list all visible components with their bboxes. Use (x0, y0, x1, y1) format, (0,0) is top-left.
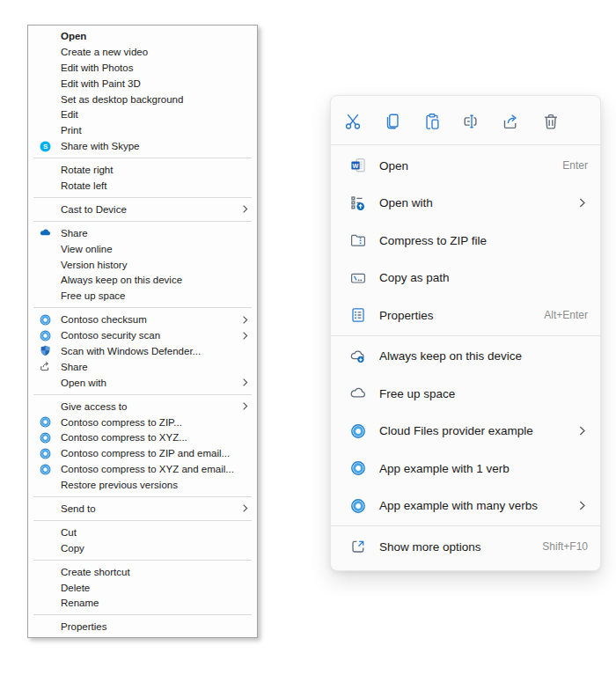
menu-item-label: Share (61, 362, 250, 372)
menu-item-label: Open with (61, 378, 235, 388)
paste-button[interactable] (416, 106, 448, 137)
chevron-right-icon (576, 425, 588, 437)
menu-item-app-example-with-many-verbs[interactable]: App example with many verbs (331, 488, 600, 525)
menu-separator (331, 144, 600, 145)
zip-folder-icon (349, 231, 367, 249)
menu-item-rotate-right[interactable]: Rotate right (28, 162, 257, 178)
menu-item-give-access-to[interactable]: Give access to (28, 399, 257, 415)
menu-item-label: Edit with Photos (61, 62, 250, 73)
defender-shield-icon (39, 344, 52, 357)
copy-button[interactable] (377, 106, 408, 137)
menu-item-show-more-options[interactable]: Show more optionsShift+F10 (331, 528, 600, 566)
icon-placeholder (39, 376, 52, 389)
menu-item-version-history[interactable]: Version history (28, 257, 257, 273)
menu-item-set-as-desktop-background[interactable]: Set as desktop background (28, 92, 257, 107)
menu-item-cut[interactable]: Cut (28, 525, 257, 540)
quick-actions-toolbar (331, 99, 600, 143)
menu-item-delete[interactable]: Delete (28, 580, 257, 596)
menu-item-edit-with-photos[interactable]: Edit with Photos (28, 60, 257, 76)
chevron-right-icon (576, 197, 588, 209)
menu-item-contoso-security-scan[interactable]: Contoso security scan (28, 327, 257, 343)
menu-item-share[interactable]: Share (28, 225, 257, 241)
menu-item-contoso-compress-to-xyz-and-email[interactable]: Contoso compress to XYZ and email... (28, 461, 257, 477)
menu-item-share[interactable]: Share (28, 359, 257, 375)
share-outline-icon (39, 360, 52, 373)
menu-item-app-example-with-1-verb[interactable]: App example with 1 verb (331, 450, 600, 488)
menu-item-copy[interactable]: Copy (28, 540, 257, 556)
menu-item-edit-with-paint-3d[interactable]: Edit with Paint 3D (28, 76, 257, 92)
menu-item-label: Free up space (61, 290, 250, 301)
chevron-right-icon (576, 500, 588, 511)
menu-item-always-keep-on-this-device[interactable]: Always keep on this device (28, 272, 257, 288)
cloud-download-icon (349, 348, 367, 365)
shortcut-label: Shift+F10 (542, 540, 588, 553)
menu-item-rotate-left[interactable]: Rotate left (28, 178, 257, 194)
menu-item-open[interactable]: Open (28, 28, 257, 44)
open-with-icon (349, 194, 367, 212)
chevron-right-icon (240, 331, 250, 341)
svg-text:W: W (353, 162, 359, 170)
menu-item-label: Edit with Paint 3D (61, 78, 250, 89)
menu-item-label: Open (379, 159, 562, 172)
contoso-ring-icon (349, 459, 367, 477)
menu-item-contoso-checksum[interactable]: Contoso checksum (28, 312, 257, 327)
menu-item-label: Properties (379, 309, 544, 322)
menu-separator (33, 394, 252, 395)
menu-item-send-to[interactable]: Send to (28, 501, 257, 517)
menu-item-edit[interactable]: Edit (28, 106, 257, 122)
menu-separator (33, 496, 252, 497)
menu-item-label: Create shortcut (61, 567, 250, 577)
cut-button[interactable] (337, 106, 369, 137)
menu-item-scan-with-windows-defender[interactable]: Scan with Windows Defender... (28, 343, 257, 359)
menu-item-label: Open with (379, 196, 569, 209)
menu-item-cast-to-device[interactable]: Cast to Device (28, 202, 257, 217)
menu-separator (33, 614, 252, 615)
menu-item-copy-as-path[interactable]: Copy as path (331, 260, 600, 297)
menu-item-open-with[interactable]: Open with (331, 185, 600, 223)
menu-item-label: Give access to (61, 401, 235, 412)
contoso-ring-icon (349, 422, 367, 440)
menu-item-create-shortcut[interactable]: Create shortcut (28, 564, 257, 580)
delete-button[interactable] (535, 106, 567, 137)
menu-item-view-online[interactable]: View online (28, 241, 257, 257)
menu-item-open-with[interactable]: Open with (28, 375, 257, 391)
menu-item-open[interactable]: WOpenEnter (331, 147, 600, 185)
menu-separator (331, 335, 600, 336)
menu-item-label: Contoso security scan (61, 330, 235, 341)
menu-item-label: Copy as path (379, 271, 588, 284)
share-button[interactable] (495, 106, 527, 137)
menu-item-label: Print (61, 125, 250, 136)
rename-button[interactable] (456, 106, 488, 137)
menu-item-properties[interactable]: PropertiesAlt+Enter (331, 297, 600, 334)
icon-placeholder (39, 164, 52, 177)
chevron-right-icon (240, 401, 250, 411)
menu-item-label: Contoso compress to XYZ and email... (61, 464, 250, 474)
icon-placeholder (39, 541, 52, 554)
icon-placeholder (39, 202, 52, 216)
menu-item-free-up-space[interactable]: Free up space (28, 288, 257, 304)
copy-icon (383, 112, 402, 131)
menu-item-label: Edit (61, 109, 250, 120)
menu-item-print[interactable]: Print (28, 122, 257, 138)
menu-item-free-up-space[interactable]: Free up space (331, 375, 600, 413)
show-more-icon (349, 538, 367, 555)
menu-item-properties[interactable]: Properties (28, 619, 257, 635)
menu-item-share-with-skype[interactable]: SShare with Skype (28, 138, 257, 154)
menu-item-label: Restore previous versions (61, 480, 250, 490)
paste-icon (422, 112, 442, 131)
menu-item-label: Rotate right (61, 165, 250, 175)
menu-item-compress-to-zip-file[interactable]: Compress to ZIP file (331, 222, 600, 260)
contoso-ring-icon (39, 415, 52, 429)
menu-item-cloud-files-provider-example[interactable]: Cloud Files provider example (331, 413, 600, 451)
icon-placeholder (39, 29, 52, 42)
menu-item-restore-previous-versions[interactable]: Restore previous versions (28, 477, 257, 493)
menu-item-always-keep-on-this-device[interactable]: Always keep on this device (331, 338, 600, 376)
menu-item-label: Properties (61, 621, 250, 632)
menu-separator (33, 158, 252, 158)
menu-item-contoso-compress-to-zip-and-email[interactable]: Contoso compress to ZIP and email... (28, 445, 257, 461)
menu-item-contoso-compress-to-xyz[interactable]: Contoso compress to XYZ... (28, 429, 257, 445)
menu-item-contoso-compress-to-zip[interactable]: Contoso compress to ZIP... (28, 415, 257, 430)
menu-item-create-a-new-video[interactable]: Create a new video (28, 44, 257, 60)
menu-item-rename[interactable]: Rename (28, 596, 257, 612)
icon-placeholder (39, 400, 52, 413)
